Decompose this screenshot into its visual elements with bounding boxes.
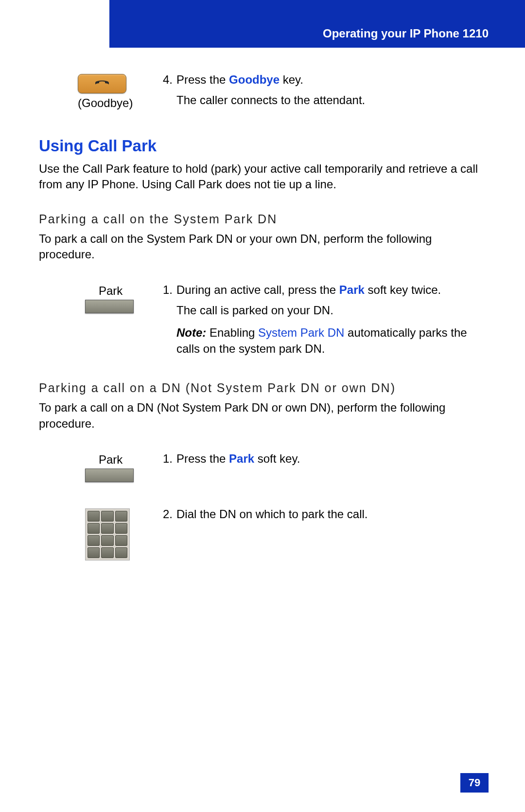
step-1b-number: 1. xyxy=(163,451,176,467)
keypad-key xyxy=(115,511,127,522)
step-4-text: 4.Press the Goodbye key. The caller conn… xyxy=(163,72,486,108)
step-1a-number: 1. xyxy=(163,282,176,298)
section-body-call-park: Use the Call Park feature to hold (park)… xyxy=(39,161,486,193)
step-2b-row: 2.Dial the DN on which to park the call. xyxy=(39,506,486,560)
keypad-key xyxy=(115,547,127,558)
page-content: (Goodbye) 4.Press the Goodbye key. The c… xyxy=(39,68,486,587)
step-2b-number: 2. xyxy=(163,506,176,522)
system-park-dn-link: System Park DN xyxy=(258,326,344,339)
step-4-number: 4. xyxy=(163,72,176,88)
section-title-call-park: Using Call Park xyxy=(39,137,486,155)
keypad-col xyxy=(39,506,163,560)
keypad-key xyxy=(115,523,127,534)
header-title: Operating your IP Phone 1210 xyxy=(323,27,489,40)
softkey-button-icon-2 xyxy=(85,469,134,482)
page-number: 79 xyxy=(460,773,489,793)
subheading-other-dn: Parking a call on a DN (Not System Park … xyxy=(39,381,486,395)
step-1a-result: The call is parked on your DN. xyxy=(163,303,486,318)
keypad-key xyxy=(101,547,113,558)
step-1b-text: 1.Press the Park soft key. xyxy=(163,451,486,467)
goodbye-key-col: (Goodbye) xyxy=(39,72,163,110)
step-4-result: The caller connects to the attendant. xyxy=(163,92,486,108)
note-label: Note: xyxy=(176,326,206,339)
goodbye-button-icon xyxy=(78,74,126,93)
park-key-col-2: Park xyxy=(39,451,163,482)
goodbye-caption: (Goodbye) xyxy=(78,96,163,110)
park-label-1: Park xyxy=(85,284,163,298)
sub2-body: To park a call on a DN (Not System Park … xyxy=(39,400,486,432)
keypad-key xyxy=(88,523,100,534)
step-1b-row: Park 1.Press the Park soft key. xyxy=(39,451,486,482)
park-label-2: Park xyxy=(85,453,163,467)
handset-down-icon xyxy=(92,74,112,93)
keypad-key xyxy=(101,511,113,522)
keypad-key xyxy=(115,535,127,546)
sub1-body: To park a call on the System Park DN or … xyxy=(39,231,486,263)
park-keyword-2: Park xyxy=(229,452,254,465)
keypad-key xyxy=(101,535,113,546)
step-4-row: (Goodbye) 4.Press the Goodbye key. The c… xyxy=(39,72,486,110)
keypad-key xyxy=(88,511,100,522)
keypad-key xyxy=(101,523,113,534)
subheading-system-park: Parking a call on the System Park DN xyxy=(39,212,486,226)
keypad-icon xyxy=(85,508,130,560)
keypad-key xyxy=(88,547,100,558)
softkey-button-icon xyxy=(85,300,134,313)
step-1a-note: Note: Enabling System Park DN automatica… xyxy=(163,325,486,357)
park-key-col-1: Park xyxy=(39,282,163,313)
goodbye-keyword: Goodbye xyxy=(229,73,280,86)
keypad-key xyxy=(88,535,100,546)
step-1a-text: 1.During an active call, press the Park … xyxy=(163,282,486,357)
step-2b-text: 2.Dial the DN on which to park the call. xyxy=(163,506,486,522)
step-1a-row: Park 1.During an active call, press the … xyxy=(39,282,486,357)
header-bar: Operating your IP Phone 1210 xyxy=(109,0,525,48)
park-keyword-1: Park xyxy=(339,283,365,296)
